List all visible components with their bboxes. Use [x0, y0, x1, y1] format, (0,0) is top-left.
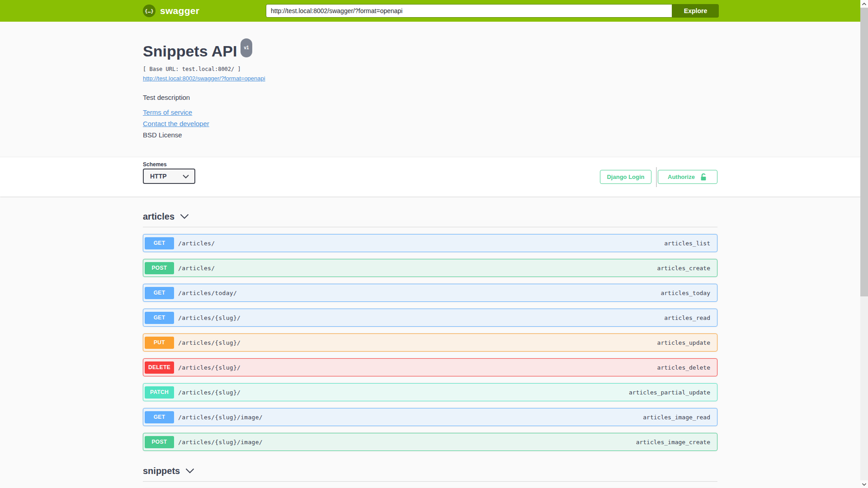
tag-section: snippets GET /snippets/ snippets_list	[143, 465, 717, 488]
operation-id: articles_delete	[657, 364, 710, 371]
operation-id: articles_list	[664, 240, 710, 247]
operation-path: /articles/{slug}/	[178, 339, 241, 346]
scrollbar-down-button[interactable]	[860, 480, 868, 488]
unlock-icon	[699, 173, 708, 181]
method-badge: PATCH	[145, 386, 174, 399]
scroll-down-icon	[862, 483, 866, 486]
api-info-section: Snippets APIv1 [ Base URL: test.local:80…	[143, 22, 717, 157]
operations-root: articles GET /articles/ articles_list PO…	[143, 211, 717, 488]
method-badge: GET	[145, 287, 174, 299]
tag-divider	[143, 227, 717, 227]
operation-row[interactable]: POST /articles/ articles_create	[143, 259, 717, 277]
operation-row[interactable]: GET /articles/{slug}/ articles_read	[143, 309, 717, 327]
operation-id: articles_image_read	[643, 414, 710, 421]
tag-label: snippets	[143, 466, 180, 476]
scrollbar[interactable]	[860, 0, 868, 488]
authorize-button[interactable]: Authorize	[658, 170, 717, 184]
api-description: Test description	[143, 94, 717, 101]
operation-row[interactable]: GET /articles/today/ articles_today	[143, 284, 717, 302]
operation-id: articles_read	[664, 314, 710, 321]
auth-divider	[656, 167, 657, 187]
operation-id: articles_update	[657, 339, 710, 346]
terms-of-service-link[interactable]: Terms of service	[143, 109, 192, 116]
operation-path: /articles/{slug}/image/	[178, 414, 263, 421]
spec-link[interactable]: http://test.local:8002/swagger/?format=o…	[143, 75, 265, 81]
method-badge: GET	[145, 312, 174, 324]
swagger-logo: {…} swagger	[143, 5, 199, 17]
tag-section: articles GET /articles/ articles_list PO…	[143, 211, 717, 451]
operation-id: articles_image_create	[636, 439, 710, 446]
operation-row[interactable]: GET /articles/ articles_list	[143, 234, 717, 252]
swagger-braces-icon: {…}	[143, 5, 156, 17]
operation-row[interactable]: GET /articles/{slug}/image/ articles_ima…	[143, 408, 717, 426]
schemes-selected-value: HTTP	[150, 173, 167, 180]
chevron-down-icon	[183, 174, 189, 178]
operation-id: articles_today	[660, 290, 710, 296]
chevron-down-icon	[185, 468, 194, 474]
authorize-label: Authorize	[668, 174, 695, 180]
tag-divider	[143, 481, 717, 482]
operation-row[interactable]: PUT /articles/{slug}/ articles_update	[143, 333, 717, 352]
operation-path: /articles/{slug}/	[178, 389, 241, 396]
method-badge: GET	[145, 237, 174, 249]
operation-id: articles_partial_update	[629, 389, 710, 396]
chevron-down-icon	[180, 214, 189, 219]
method-badge: POST	[145, 262, 174, 274]
operation-path: /articles/	[178, 240, 215, 247]
contact-developer-link[interactable]: Contact the developer	[143, 120, 209, 127]
api-title-text: Snippets API	[143, 42, 237, 60]
operation-path: /articles/{slug}/	[178, 364, 241, 371]
operation-path: /articles/{slug}/image/	[178, 439, 263, 446]
brand-title: swagger	[160, 5, 199, 16]
method-badge: GET	[145, 411, 174, 423]
operation-id: articles_create	[657, 265, 710, 272]
scheme-container: Schemes HTTP Django Login Authorize	[0, 157, 868, 197]
tag-label: articles	[143, 211, 175, 222]
tag-header-snippets[interactable]: snippets	[143, 465, 194, 477]
license-text: BSD License	[143, 131, 717, 139]
operation-row[interactable]: PATCH /articles/{slug}/ articles_partial…	[143, 383, 717, 401]
spec-url-input[interactable]	[266, 4, 672, 18]
scrollbar-thumb[interactable]	[860, 8, 868, 296]
operation-path: /articles/{slug}/	[178, 314, 241, 321]
version-badge: v1	[241, 38, 252, 57]
tag-header-articles[interactable]: articles	[143, 211, 189, 222]
django-login-button[interactable]: Django Login	[600, 170, 651, 184]
operation-row[interactable]: DELETE /articles/{slug}/ articles_delete	[143, 358, 717, 376]
explore-button[interactable]: Explore	[672, 4, 719, 18]
schemes-label: Schemes	[143, 161, 167, 168]
operation-path: /articles/	[178, 265, 215, 272]
scrollbar-up-button[interactable]	[860, 0, 868, 8]
operation-row[interactable]: POST /articles/{slug}/image/ articles_im…	[143, 433, 717, 451]
topbar: {…} swagger Explore	[0, 0, 860, 22]
method-badge: POST	[145, 436, 174, 448]
django-login-label: Django Login	[607, 174, 644, 180]
method-badge: PUT	[145, 337, 174, 349]
operation-path: /articles/today/	[178, 290, 237, 296]
page-title: Snippets APIv1	[143, 43, 717, 62]
scroll-up-icon	[862, 3, 866, 5]
base-url: [ Base URL: test.local:8002/ ]	[143, 66, 717, 72]
schemes-select[interactable]: HTTP	[143, 169, 195, 184]
method-badge: DELETE	[145, 361, 174, 374]
